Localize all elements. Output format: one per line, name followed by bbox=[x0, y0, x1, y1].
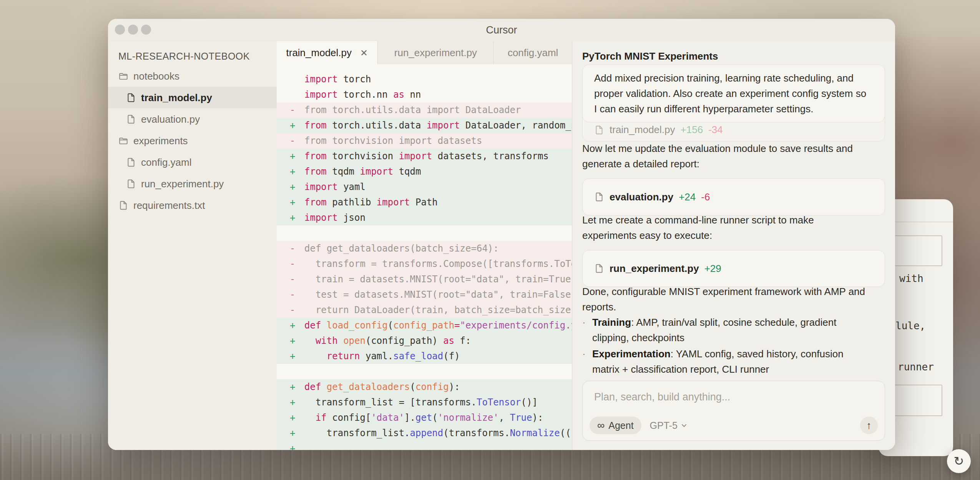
code-line[interactable]: + bbox=[277, 441, 572, 450]
agent-mode-label: Agent bbox=[608, 420, 633, 431]
code-line[interactable]: import torch.nn as nn bbox=[277, 87, 572, 102]
diff-marker: + bbox=[290, 210, 304, 225]
code-line[interactable]: +from torchvision import datasets, trans… bbox=[277, 148, 572, 164]
code-line[interactable]: - test = datasets.MNIST(root="data", tra… bbox=[277, 287, 572, 302]
project-name: ML-RESEARCH-NOTEBOOK bbox=[118, 51, 250, 62]
code-line[interactable]: - return DataLoader(train, batch_size=ba… bbox=[277, 302, 572, 318]
code-text: with open(config_path) as f: bbox=[304, 333, 471, 348]
code-text: def get_dataloaders(batch_size=64): bbox=[304, 241, 499, 256]
diff-marker: + bbox=[290, 118, 304, 133]
code-line[interactable]: + with open(config_path) as f: bbox=[277, 333, 572, 348]
code-line[interactable]: + transform_list.append(transforms.Norma… bbox=[277, 425, 572, 441]
code-line[interactable]: -def get_dataloaders(batch_size=64): bbox=[277, 241, 572, 256]
diff-marker: + bbox=[290, 195, 304, 210]
file-explorer-sidebar: ML-RESEARCH-NOTEBOOK notebookstrain_mode… bbox=[108, 41, 277, 450]
file-icon bbox=[126, 93, 136, 103]
code-gap[interactable] bbox=[277, 364, 572, 379]
chip-removed-count: -34 bbox=[708, 124, 723, 136]
sidebar-item-run_experiment-py[interactable]: run_experiment.py bbox=[108, 173, 277, 195]
chat-input-placeholder: Plan, search, build anything... bbox=[594, 391, 730, 403]
bullet-text: Training: AMP, train/val split, cosine s… bbox=[592, 315, 836, 345]
background-window-field[interactable] bbox=[889, 235, 942, 266]
file-icon bbox=[594, 263, 604, 273]
code-line[interactable]: - train = datasets.MNIST(root="data", tr… bbox=[277, 272, 572, 287]
sidebar-item-requirements-txt[interactable]: requirements.txt bbox=[108, 195, 277, 216]
background-window-text-fragment: runner bbox=[898, 361, 934, 373]
model-selector[interactable]: GPT-5 bbox=[650, 420, 688, 431]
code-line[interactable]: + if config['data'].get('normalize', Tru… bbox=[277, 410, 572, 425]
code-text: if config['data'].get('normalize', True)… bbox=[304, 410, 543, 425]
diff-marker: + bbox=[290, 379, 304, 395]
tab-close-icon[interactable]: ✕ bbox=[360, 48, 368, 58]
bullet-dot: · bbox=[582, 315, 592, 345]
diff-marker: + bbox=[290, 179, 304, 195]
diff-marker: + bbox=[290, 348, 304, 364]
code-line[interactable]: +def load_config(config_path="experiment… bbox=[277, 318, 572, 333]
refresh-icon: ↻ bbox=[954, 454, 964, 468]
file-change-chip-run_experiment-py[interactable]: run_experiment.py+29 bbox=[582, 250, 885, 287]
tab-config-yaml[interactable]: config.yaml bbox=[494, 41, 572, 64]
code-line[interactable]: -from torch.utils.data import DataLoader bbox=[277, 102, 572, 118]
window-titlebar: Cursor bbox=[108, 19, 895, 42]
code-text: import json bbox=[304, 210, 365, 225]
background-window-field[interactable] bbox=[889, 385, 942, 416]
code-line[interactable]: +from pathlib import Path bbox=[277, 195, 572, 210]
code-gap[interactable] bbox=[277, 225, 572, 241]
code-text: import torch bbox=[304, 72, 371, 87]
code-editor-diff-view[interactable]: import torchimport torch.nn as nn-from t… bbox=[277, 64, 572, 450]
code-line[interactable]: -from torchvision import datasets bbox=[277, 133, 572, 148]
code-line[interactable]: +def get_dataloaders(config): bbox=[277, 379, 572, 395]
sidebar-item-label: train_model.py bbox=[141, 92, 212, 104]
model-label: GPT-5 bbox=[650, 420, 678, 431]
code-line[interactable]: + transform_list = [transforms.ToTensor(… bbox=[277, 395, 572, 410]
diff-marker: - bbox=[290, 241, 304, 256]
chevron-down-icon bbox=[681, 422, 688, 429]
code-line[interactable]: import torch bbox=[277, 72, 572, 87]
chat-input-box[interactable]: Plan, search, build anything... ∞ Agent … bbox=[582, 381, 885, 441]
sidebar-item-experiments[interactable]: experiments bbox=[108, 130, 277, 152]
diff-marker: + bbox=[290, 164, 304, 179]
refresh-button[interactable]: ↻ bbox=[947, 449, 971, 473]
code-text: def load_config(config_path="experiments… bbox=[304, 318, 572, 333]
sidebar-item-train_model-py[interactable]: train_model.py bbox=[108, 87, 277, 108]
user-message-line: Add mixed precision training, learning r… bbox=[594, 70, 885, 86]
code-line[interactable]: +import json bbox=[277, 210, 572, 225]
sidebar-item-notebooks[interactable]: notebooks bbox=[108, 65, 277, 87]
diff-marker: - bbox=[290, 256, 304, 272]
sidebar-item-label: config.yaml bbox=[141, 157, 192, 168]
chip-added-count: +24 bbox=[679, 191, 696, 203]
code-line[interactable]: +from tqdm import tqdm bbox=[277, 164, 572, 179]
tab-train_model-py[interactable]: train_model.py✕ bbox=[277, 41, 378, 65]
background-window-text-fragment: lule, bbox=[895, 320, 925, 332]
code-text: from tqdm import tqdm bbox=[304, 164, 421, 179]
code-line[interactable]: +from torch.utils.data import DataLoader… bbox=[277, 118, 572, 133]
code-text: return DataLoader(train, batch_size=batc… bbox=[304, 302, 572, 318]
code-text: from torchvision import datasets bbox=[304, 133, 482, 148]
folder-icon bbox=[118, 136, 128, 146]
code-text: from torch.utils.data import DataLoader bbox=[304, 102, 521, 118]
sidebar-item-config-yaml[interactable]: config.yaml bbox=[108, 152, 277, 173]
assistant-paragraph: Let me create a command-line runner scri… bbox=[582, 212, 885, 243]
code-text: test = datasets.MNIST(root="data", train… bbox=[304, 287, 572, 302]
code-text: from pathlib import Path bbox=[304, 195, 438, 210]
code-line[interactable]: - transform = transforms.Compose([transf… bbox=[277, 256, 572, 272]
chip-added-count: +29 bbox=[704, 263, 721, 275]
sidebar-item-evaluation-py[interactable]: evaluation.py bbox=[108, 108, 277, 130]
infinity-icon: ∞ bbox=[597, 420, 605, 431]
tab-run_experiment-py[interactable]: run_experiment.py bbox=[378, 41, 494, 64]
diff-marker: - bbox=[290, 102, 304, 118]
agent-mode-pill[interactable]: ∞ Agent bbox=[590, 417, 641, 434]
code-line[interactable]: + return yaml.safe_load(f) bbox=[277, 348, 572, 364]
tab-label: train_model.py bbox=[286, 47, 352, 59]
sidebar-item-label: run_experiment.py bbox=[141, 178, 224, 190]
user-message-card: Add mixed precision training, learning r… bbox=[582, 65, 885, 122]
code-line[interactable]: +import yaml bbox=[277, 179, 572, 195]
file-change-chip-evaluation-py[interactable]: evaluation.py+24-6 bbox=[582, 178, 885, 215]
user-message-line: proper validation. Also create an experi… bbox=[594, 86, 885, 101]
ai-chat-panel: PyTorch MNIST Experiments train_model.py… bbox=[572, 41, 895, 450]
send-button[interactable]: ↑ bbox=[860, 417, 878, 434]
code-text: from torch.utils.data import DataLoader,… bbox=[304, 118, 572, 133]
code-text: def get_dataloaders(config): bbox=[304, 379, 460, 395]
cursor-window: Cursor ML-RESEARCH-NOTEBOOK notebookstra… bbox=[108, 19, 895, 450]
assistant-text-line: experiments easy to execute: bbox=[582, 228, 885, 243]
